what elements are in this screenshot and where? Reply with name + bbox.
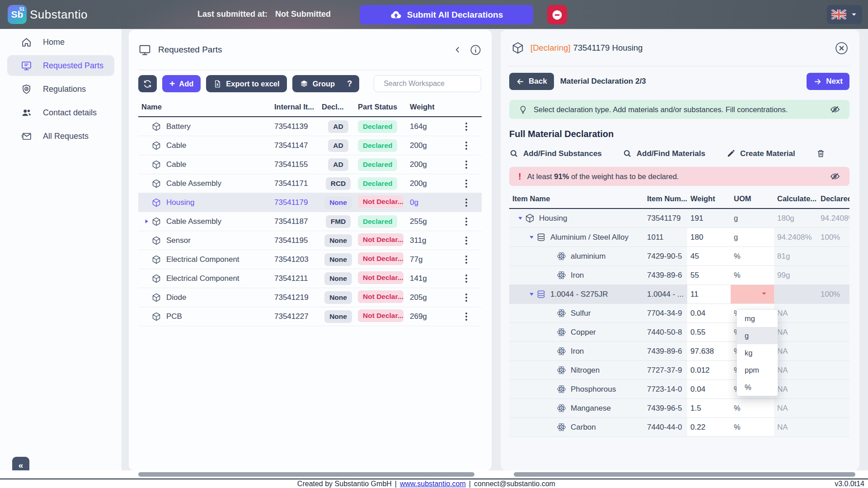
close-panel-button[interactable] <box>835 41 849 55</box>
row-menu-button[interactable] <box>463 139 470 152</box>
part-table-row[interactable]: Electrical Component 73541211 None Not D… <box>138 269 482 288</box>
item-declared-value: 100% <box>817 228 849 246</box>
declaration-table-row[interactable]: Manganese 7439-96-5 1.5 % NA <box>509 399 849 418</box>
declaration-table-row[interactable]: Nitrogen 7727-37-9 0.012 % NA <box>509 361 849 380</box>
sidebar-item-all-requests[interactable]: All Requests <box>7 126 114 147</box>
stop-submission-button[interactable] <box>547 5 567 24</box>
row-menu-button[interactable] <box>463 291 470 304</box>
declaration-table-row[interactable]: Aluminium / Steel Alloy 1011 180 g 94.24… <box>509 228 849 247</box>
substance-atom-icon <box>556 270 567 280</box>
delete-button[interactable] <box>816 149 826 158</box>
add-find-substances-button[interactable]: Add/Find Substances <box>509 149 602 158</box>
row-menu-button[interactable] <box>463 177 470 190</box>
item-uom-field[interactable]: % <box>731 247 774 265</box>
item-name: Nitrogen <box>571 366 600 375</box>
tree-caret-icon[interactable] <box>527 292 536 297</box>
item-weight-field[interactable]: 97.638 <box>687 342 731 360</box>
row-menu-button[interactable] <box>463 234 470 247</box>
language-selector[interactable] <box>827 5 862 24</box>
declaration-table-row[interactable]: Phosphorous 7723-14-0 0.04 % NA <box>509 380 849 399</box>
item-weight-field[interactable]: 180 <box>687 228 731 246</box>
part-table-row[interactable]: PCB 73541227 None Not Declar... 269g <box>138 307 482 326</box>
hide-warning-button[interactable] <box>830 171 840 182</box>
collapse-panel-button[interactable] <box>453 45 463 55</box>
row-menu-button[interactable] <box>463 215 470 228</box>
add-part-button[interactable]: + Add <box>162 75 201 92</box>
sidebar-item-requested-parts[interactable]: Requested Parts <box>7 55 114 76</box>
mail-icon <box>21 131 32 142</box>
row-menu-button[interactable] <box>463 272 470 285</box>
next-button[interactable]: Next <box>807 73 849 90</box>
back-button[interactable]: Back <box>509 73 554 90</box>
part-table-row[interactable]: Cable Assembly 73541171 RCD Declared 200… <box>138 174 482 193</box>
item-weight-field[interactable]: 191 <box>687 209 731 227</box>
row-menu-button[interactable] <box>463 253 470 266</box>
item-number: 7439-89-6 <box>644 266 687 284</box>
last-submitted-label: Last submitted at: <box>197 9 267 19</box>
export-excel-button[interactable]: Export to excel <box>206 75 286 92</box>
add-find-materials-button[interactable]: Add/Find Materials <box>623 149 705 158</box>
declaration-horizontal-scrollbar[interactable] <box>514 472 855 477</box>
item-weight-field[interactable]: 11 <box>687 285 731 303</box>
item-weight-field[interactable]: 0.012 <box>687 361 731 379</box>
item-weight-field[interactable]: 45 <box>687 247 731 265</box>
declaration-table-row[interactable]: Copper 7440-50-8 0.55 % NA <box>509 323 849 342</box>
declaration-table-row[interactable]: aluminium 7429-90-5 45 % 81g <box>509 247 849 266</box>
sidebar-item-contact-details[interactable]: Contact details <box>7 102 114 123</box>
declaration-table-row[interactable]: 1.0044 - S275JR 1.0044 - ... 11 100% <box>509 285 849 304</box>
part-table-row[interactable]: Battery 73541139 AD Declared 164g <box>138 117 482 136</box>
hide-hint-button[interactable] <box>830 104 840 115</box>
row-menu-button[interactable] <box>463 120 470 133</box>
submit-all-declarations-button[interactable]: Submit All Declarations <box>360 5 533 24</box>
group-button[interactable]: Group ? <box>292 75 360 92</box>
declaration-table-row[interactable]: Iron 7439-89-6 97.638 % NA <box>509 342 849 361</box>
declaration-table-row[interactable]: Carbon 7440-44-0 0.22 % NA <box>509 418 849 437</box>
part-table-row[interactable]: Diode 73541219 None Not Declar... 205g <box>138 288 482 307</box>
info-button[interactable] <box>469 44 482 56</box>
item-weight-field[interactable]: 1.5 <box>687 399 731 417</box>
item-uom-field[interactable] <box>731 285 774 303</box>
part-table-row[interactable]: Cable 73541155 AD Declared 200g <box>138 155 482 174</box>
item-uom-field[interactable]: % <box>731 418 774 436</box>
part-table-row[interactable]: Housing 73541179 None Not Declar... 0g <box>138 193 482 212</box>
part-table-row[interactable]: Cable Assembly 73541187 FMD Declared 255… <box>138 212 482 231</box>
footer-version: v3.0.0t14 <box>835 480 864 488</box>
declaration-table-row[interactable]: Sulfur 7704-34-9 0.04 % NA <box>509 304 849 323</box>
footer-website-link[interactable]: www.substantio.com <box>400 480 466 488</box>
create-material-button[interactable]: Create Material <box>726 149 795 158</box>
item-name: Iron <box>571 271 584 280</box>
uom-option[interactable]: kg <box>737 344 778 361</box>
search-input[interactable] <box>384 80 477 88</box>
parts-horizontal-scrollbar[interactable] <box>138 472 474 477</box>
expand-caret-icon[interactable] <box>141 219 151 224</box>
item-uom-field[interactable]: % <box>731 266 774 284</box>
help-icon[interactable]: ? <box>347 79 352 89</box>
uom-dropdown-caret-icon[interactable] <box>760 290 768 299</box>
item-weight-field[interactable]: 0.55 <box>687 323 731 341</box>
row-menu-button[interactable] <box>463 310 470 323</box>
tree-caret-icon[interactable] <box>516 216 525 221</box>
item-weight-field[interactable]: 55 <box>687 266 731 284</box>
refresh-button[interactable] <box>138 75 157 92</box>
part-table-row[interactable]: Sensor 73541195 None Not Declar... 311g <box>138 231 482 250</box>
tree-caret-icon[interactable] <box>527 235 536 240</box>
uom-option[interactable]: mg <box>737 310 778 327</box>
uom-option[interactable]: ppm <box>737 361 778 379</box>
declaration-table-row[interactable]: Iron 7439-89-6 55 % 99g <box>509 266 849 285</box>
part-table-row[interactable]: Cable 73541147 AD Declared 200g <box>138 136 482 155</box>
parts-toolbar: + Add Export to excel Group ? <box>138 75 482 92</box>
sidebar-item-regulations[interactable]: Regulations <box>7 79 114 99</box>
row-menu-button[interactable] <box>463 196 470 209</box>
uom-option[interactable]: g <box>737 327 778 344</box>
item-uom-field[interactable]: g <box>731 209 774 227</box>
item-uom-field[interactable]: % <box>731 399 774 417</box>
part-table-row[interactable]: Electrical Component 73541203 None Not D… <box>138 250 482 269</box>
item-weight-field[interactable]: 0.22 <box>687 418 731 436</box>
item-weight-field[interactable]: 0.04 <box>687 380 731 398</box>
declaration-table-row[interactable]: Housing 73541179 191 g 180g 94.2408% <box>509 209 849 228</box>
row-menu-button[interactable] <box>463 158 470 171</box>
item-weight-field[interactable]: 0.04 <box>687 304 731 322</box>
uom-option[interactable]: % <box>737 379 778 396</box>
item-uom-field[interactable]: g <box>731 228 774 246</box>
sidebar-item-home[interactable]: Home <box>7 32 114 52</box>
